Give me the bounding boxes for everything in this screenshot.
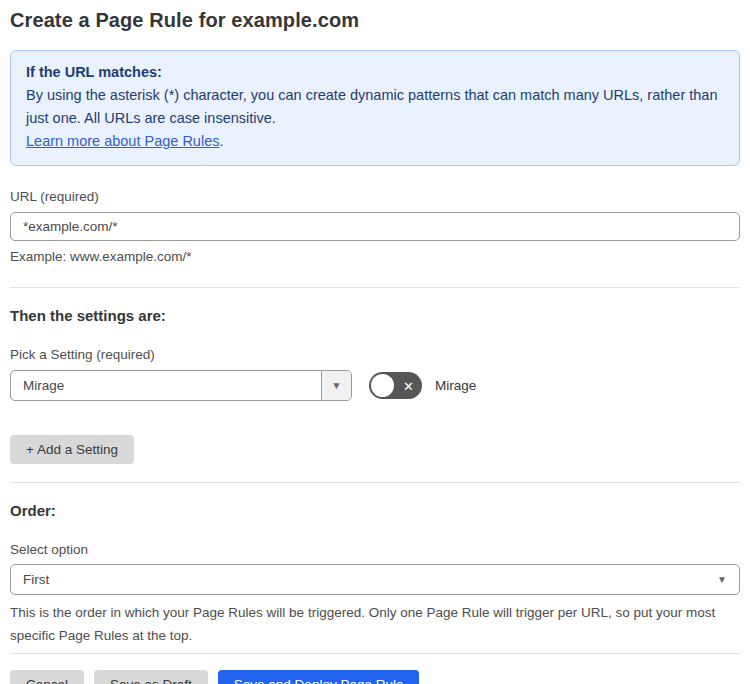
order-section-heading: Order: — [10, 502, 740, 519]
order-select-label: Select option — [10, 542, 740, 557]
order-helper-text: This is the order in which your Page Rul… — [10, 601, 730, 647]
info-box-link-line: Learn more about Page Rules. — [26, 130, 724, 153]
url-input[interactable] — [10, 212, 740, 241]
toggle-label: Mirage — [435, 378, 476, 393]
info-box-heading: If the URL matches: — [26, 61, 724, 84]
mirage-toggle[interactable]: ✕ — [369, 372, 422, 399]
divider — [10, 482, 740, 483]
save-as-draft-button[interactable]: Save as Draft — [94, 670, 208, 684]
add-setting-row: + Add a Setting — [10, 435, 740, 464]
setting-select-value: Mirage — [11, 371, 321, 400]
footer-button-row: Cancel Save as Draft Save and Deploy Pag… — [10, 670, 740, 684]
chevron-down-icon: ▼ — [332, 381, 342, 391]
toggle-knob — [371, 374, 394, 397]
url-match-info-box: If the URL matches: By using the asteris… — [10, 50, 740, 166]
setting-row: Mirage ▼ ✕ Mirage — [10, 370, 740, 401]
settings-section-heading: Then the settings are: — [10, 307, 740, 324]
cancel-button[interactable]: Cancel — [10, 670, 84, 684]
order-select[interactable]: First ▼ — [10, 564, 740, 595]
setting-select[interactable]: Mirage ▼ — [10, 370, 352, 401]
url-field-label: URL (required) — [10, 189, 740, 204]
url-example-helper: Example: www.example.com/* — [10, 247, 740, 267]
chevron-down-icon: ▼ — [717, 575, 727, 585]
add-setting-button[interactable]: + Add a Setting — [10, 435, 134, 464]
save-and-deploy-button[interactable]: Save and Deploy Page Rule — [218, 670, 420, 684]
page-title: Create a Page Rule for example.com — [10, 9, 740, 32]
info-box-body: By using the asterisk (*) character, you… — [26, 84, 724, 130]
create-page-rule-form: Create a Page Rule for example.com If th… — [0, 9, 750, 684]
pick-setting-label: Pick a Setting (required) — [10, 347, 740, 362]
link-suffix: . — [219, 133, 223, 149]
learn-more-link[interactable]: Learn more about Page Rules — [26, 133, 219, 149]
divider — [10, 287, 740, 288]
setting-select-arrow-button[interactable]: ▼ — [321, 371, 351, 400]
order-select-value: First — [23, 572, 49, 587]
x-icon: ✕ — [403, 379, 414, 392]
divider — [10, 653, 740, 654]
